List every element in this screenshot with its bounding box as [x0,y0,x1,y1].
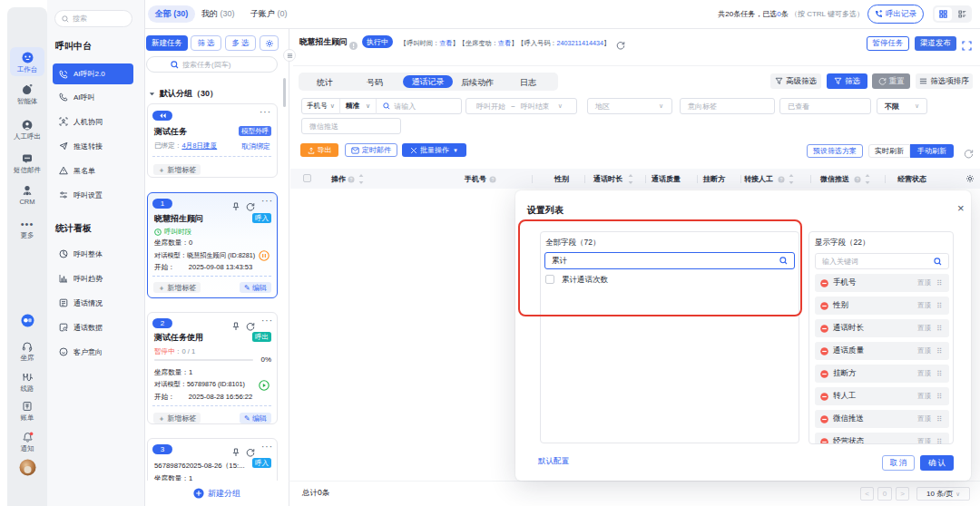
svg-text:?: ? [780,177,783,182]
svg-text:?: ? [350,177,353,182]
svg-text:?: ? [492,177,495,182]
svg-text:?: ? [857,177,859,182]
